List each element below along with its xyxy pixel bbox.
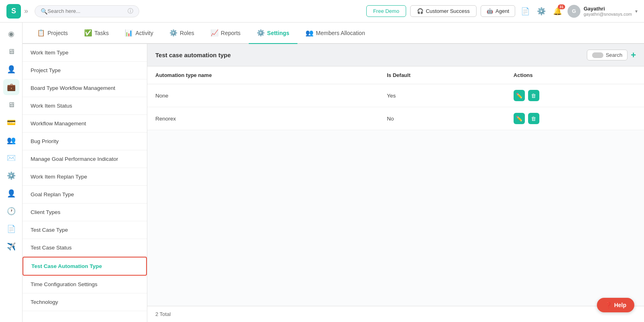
document-icon-button[interactable]: 📄 — [519, 5, 531, 17]
help-button[interactable]: ❓ Help — [597, 298, 634, 312]
panel-header-actions: Search + — [587, 50, 636, 60]
panel-table: Automation type name Is Default Actions … — [147, 66, 644, 306]
menu-item-work-item-replan[interactable]: Work Item Replan Type — [23, 168, 147, 186]
avatar: G — [568, 5, 580, 18]
notification-button[interactable]: 🔔 31 — [551, 5, 564, 17]
customer-success-button[interactable]: 🎧 Customer Success — [410, 5, 477, 17]
panel-footer: 2 Total — [147, 306, 644, 322]
panel-title: Test case automation type — [155, 52, 231, 58]
content-area: Work Item Type Project Type Board Type W… — [23, 44, 644, 322]
expand-icon[interactable]: » — [24, 7, 28, 15]
nav-tabs: 📋 Projects ✅ Tasks 📊 Activity ⚙️ Roles 📈… — [23, 23, 644, 44]
agent-button[interactable]: 🤖 Agent — [481, 5, 515, 17]
edit-button[interactable]: ✏️ — [514, 90, 525, 101]
total-count: 2 Total — [155, 311, 171, 317]
menu-item-time-config[interactable]: Time Configuration Settings — [23, 276, 147, 293]
menu-item-test-case-type[interactable]: Test Case Type — [23, 221, 147, 239]
topbar: S » 🔍 ⓘ Free Demo 🎧 Customer Success 🤖 A… — [0, 0, 644, 23]
panel-header: Test case automation type Search + — [147, 44, 644, 66]
left-sidebar: ◉ 🖥 👤 💼 🖥 💳 👥 ✉️ ⚙️ 👤 🕐 📄 ✈️ — [0, 23, 23, 322]
settings-sidebar-menu: Work Item Type Project Type Board Type W… — [23, 44, 147, 322]
cell-name: Renorex — [147, 107, 379, 130]
menu-item-goal-replan[interactable]: Goal Replan Type — [23, 186, 147, 204]
menu-item-manage-goal[interactable]: Manage Goal Performance Indicator — [23, 150, 147, 168]
tab-projects[interactable]: 📋 Projects — [29, 23, 76, 44]
sidebar-item-send[interactable]: ✈️ — [3, 239, 19, 255]
menu-item-project-type[interactable]: Project Type — [23, 62, 147, 79]
activity-icon: 📊 — [125, 29, 133, 37]
user-name: Gayathri — [584, 6, 605, 12]
info-icon[interactable]: ⓘ — [128, 8, 133, 15]
user-profile[interactable]: G Gayathri gayathri@snovasys.com ▾ — [568, 5, 638, 18]
col-header-is-default: Is Default — [379, 66, 506, 84]
main-panel: Test case automation type Search + Autom… — [147, 44, 644, 322]
menu-item-work-item-type[interactable]: Work Item Type — [23, 44, 147, 62]
tab-members[interactable]: 👥 Members Allocation — [297, 23, 373, 44]
menu-item-work-item-status[interactable]: Work Item Status — [23, 97, 147, 115]
tab-tasks[interactable]: ✅ Tasks — [76, 23, 117, 44]
menu-item-bug-priority[interactable]: Bug Priority — [23, 133, 147, 150]
search-label: Search — [606, 52, 622, 58]
cell-actions: ✏️ 🗑 — [506, 107, 644, 130]
help-label: Help — [614, 302, 626, 308]
sidebar-item-user[interactable]: 👤 — [3, 61, 19, 77]
tab-settings[interactable]: ⚙️ Settings — [249, 23, 297, 44]
projects-icon: 📋 — [37, 29, 45, 37]
tab-roles[interactable]: ⚙️ Roles — [161, 23, 202, 44]
main-wrapper: 📋 Projects ✅ Tasks 📊 Activity ⚙️ Roles 📈… — [23, 23, 644, 322]
table-row: None Yes ✏️ 🗑 — [147, 84, 644, 107]
menu-item-board-type[interactable]: Board Type Workflow Management — [23, 79, 147, 97]
sidebar-item-desktop[interactable]: 🖥 — [3, 97, 19, 113]
menu-item-technology[interactable]: Technology — [23, 293, 147, 311]
help-icon: ❓ — [605, 302, 612, 308]
sidebar-item-briefcase[interactable]: 💼 — [3, 79, 19, 95]
sidebar-item-settings[interactable]: ⚙️ — [3, 168, 19, 184]
search-input[interactable] — [47, 8, 125, 14]
menu-item-client-types[interactable]: Client Types — [23, 204, 147, 221]
menu-item-workflow[interactable]: Workflow Management — [23, 115, 147, 133]
tab-activity[interactable]: 📊 Activity — [117, 23, 161, 44]
cell-actions: ✏️ 🗑 — [506, 84, 644, 107]
chevron-down-icon: ▾ — [635, 8, 638, 14]
automation-type-table: Automation type name Is Default Actions … — [147, 66, 644, 130]
headset-icon: 🎧 — [417, 8, 423, 14]
tasks-icon: ✅ — [84, 29, 92, 37]
col-header-actions: Actions — [506, 66, 644, 84]
roles-icon: ⚙️ — [169, 29, 178, 37]
cell-is-default: Yes — [379, 84, 506, 107]
sidebar-item-report[interactable]: 📄 — [3, 221, 19, 237]
table-body: None Yes ✏️ 🗑 Renorex No ✏️ 🗑 — [147, 84, 644, 130]
sidebar-item-mail[interactable]: ✉️ — [3, 150, 19, 166]
cell-name: None — [147, 84, 379, 107]
reports-icon: 📈 — [211, 29, 219, 37]
settings-tab-icon: ⚙️ — [257, 29, 265, 37]
cell-is-default: No — [379, 107, 506, 130]
free-demo-button[interactable]: Free Demo — [366, 5, 406, 17]
sidebar-item-card[interactable]: 💳 — [3, 114, 19, 131]
col-header-name: Automation type name — [147, 66, 379, 84]
toggle-switch[interactable] — [592, 52, 603, 58]
sidebar-item-person[interactable]: 👤 — [3, 185, 19, 202]
members-icon: 👥 — [305, 29, 314, 37]
edit-button[interactable]: ✏️ — [514, 113, 525, 124]
settings-icon-button[interactable]: ⚙️ — [535, 5, 547, 17]
search-icon: 🔍 — [41, 8, 47, 15]
app-logo[interactable]: S — [6, 4, 21, 19]
search-toggle[interactable]: Search — [587, 50, 627, 60]
add-button[interactable]: + — [631, 50, 636, 60]
delete-button[interactable]: 🗑 — [528, 90, 539, 101]
menu-item-test-case-automation[interactable]: Test Case Automation Type — [23, 257, 147, 276]
sidebar-item-dashboard[interactable]: ◉ — [3, 26, 19, 42]
table-header: Automation type name Is Default Actions — [147, 66, 644, 84]
notification-badge: 31 — [558, 4, 565, 9]
tab-reports[interactable]: 📈 Reports — [202, 23, 249, 44]
menu-item-test-case-status[interactable]: Test Case Status — [23, 239, 147, 257]
delete-button[interactable]: 🗑 — [528, 113, 539, 124]
sidebar-item-team[interactable]: 👥 — [3, 132, 19, 148]
robot-icon: 🤖 — [487, 8, 493, 14]
table-row: Renorex No ✏️ 🗑 — [147, 107, 644, 130]
sidebar-item-monitor[interactable]: 🖥 — [3, 44, 19, 60]
search-bar[interactable]: 🔍 ⓘ — [35, 5, 139, 17]
sidebar-item-clock[interactable]: 🕐 — [3, 203, 19, 219]
user-email: gayathri@snovasys.com — [584, 12, 632, 17]
